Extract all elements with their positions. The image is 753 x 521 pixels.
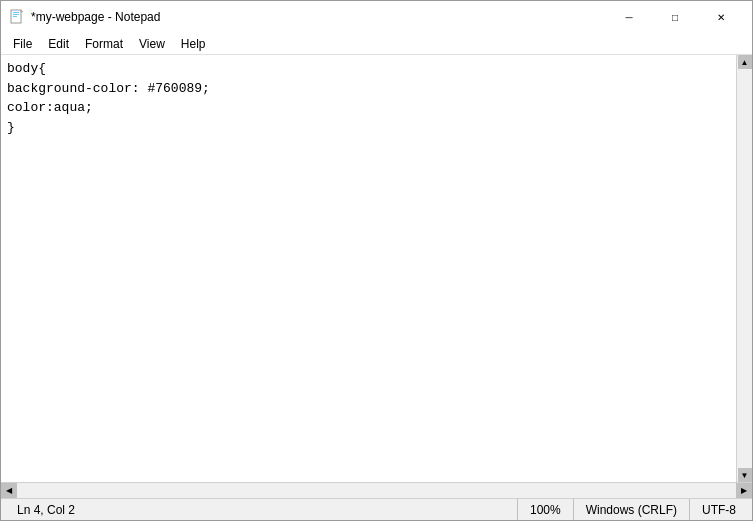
status-encoding: UTF-8 [690,499,748,520]
maximize-button[interactable]: □ [652,1,698,33]
menu-help[interactable]: Help [173,35,214,53]
notepad-window: *my-webpage - Notepad ─ □ ✕ File Edit Fo… [0,0,753,521]
vertical-scrollbar[interactable]: ▲ ▼ [736,55,752,482]
app-icon [9,9,25,25]
title-bar-left: *my-webpage - Notepad [9,9,160,25]
title-bar-controls: ─ □ ✕ [606,1,744,33]
menu-view[interactable]: View [131,35,173,53]
status-bar: Ln 4, Col 2 100% Windows (CRLF) UTF-8 [1,498,752,520]
status-zoom: 100% [518,499,574,520]
menu-edit[interactable]: Edit [40,35,77,53]
minimize-button[interactable]: ─ [606,1,652,33]
close-button[interactable]: ✕ [698,1,744,33]
menu-file[interactable]: File [5,35,40,53]
scroll-left-button[interactable]: ◀ [1,483,17,499]
window-title: *my-webpage - Notepad [31,10,160,24]
hscroll-track[interactable] [17,483,736,498]
status-line-ending: Windows (CRLF) [574,499,690,520]
editor-area: body{ background-color: #760089; color:a… [1,55,752,482]
menu-format[interactable]: Format [77,35,131,53]
status-position: Ln 4, Col 2 [5,499,518,520]
title-bar: *my-webpage - Notepad ─ □ ✕ [1,1,752,33]
svg-rect-2 [13,14,19,15]
horizontal-scrollbar: ◀ ▶ [1,482,752,498]
svg-rect-3 [13,16,17,17]
svg-marker-4 [21,10,23,12]
scroll-right-button[interactable]: ▶ [736,483,752,499]
scroll-down-button[interactable]: ▼ [738,468,752,482]
svg-rect-1 [13,12,19,13]
menu-bar: File Edit Format View Help [1,33,752,55]
scroll-up-button[interactable]: ▲ [738,55,752,69]
scroll-track[interactable] [737,69,752,468]
text-editor[interactable]: body{ background-color: #760089; color:a… [1,55,736,482]
